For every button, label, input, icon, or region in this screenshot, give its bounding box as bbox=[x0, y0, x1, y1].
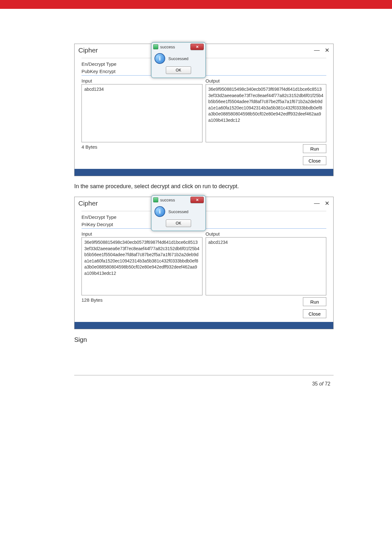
dialog-title: success bbox=[160, 45, 175, 49]
dialog-message: Successed bbox=[168, 56, 189, 61]
page-number: 35 of 72 bbox=[74, 375, 334, 387]
close-icon[interactable]: ✕ bbox=[325, 47, 329, 54]
run-button[interactable]: Run bbox=[303, 297, 326, 306]
page-content: Cipher — ✕ En/Decrypt Type PubKey Encryp… bbox=[0, 9, 392, 406]
bytes-label: 4 Bytes bbox=[75, 142, 303, 150]
output-box[interactable]: 36e9f9508815498c340ecb0573f6987f4d641d1b… bbox=[206, 84, 327, 142]
success-dialog: success ✕ i Successed OK bbox=[151, 195, 206, 231]
close-button[interactable]: Close bbox=[303, 156, 326, 165]
dialog-message: Successed bbox=[168, 209, 189, 214]
sign-heading: Sign bbox=[74, 336, 334, 343]
type-value: PriKey Decrypt bbox=[81, 222, 113, 227]
input-value: 36e9f9508815498c340ecb0573f6987f4d641d1b… bbox=[84, 240, 199, 276]
close-icon[interactable]: ✕ bbox=[325, 200, 329, 207]
output-box[interactable]: abcd1234 bbox=[206, 237, 327, 295]
info-icon: i bbox=[154, 53, 165, 64]
cipher-window-encrypt: Cipher — ✕ En/Decrypt Type PubKey Encryp… bbox=[74, 44, 334, 176]
bottom-blue-strip bbox=[75, 322, 333, 329]
output-value: 36e9f9508815498c340ecb0573f6987f4d641d1b… bbox=[208, 87, 323, 123]
window-title: Cipher bbox=[78, 46, 98, 54]
success-dialog: success ✕ i Successed OK bbox=[151, 42, 206, 78]
dialog-app-icon bbox=[153, 44, 158, 49]
close-button[interactable]: Close bbox=[303, 309, 326, 318]
input-label: Input bbox=[81, 78, 202, 83]
bytes-label: 128 Bytes bbox=[75, 295, 303, 303]
dialog-app-icon bbox=[153, 197, 158, 202]
dialog-close-icon[interactable]: ✕ bbox=[190, 44, 204, 50]
output-label: Output bbox=[206, 78, 327, 83]
output-label: Output bbox=[206, 231, 327, 237]
dialog-ok-button[interactable]: OK bbox=[166, 219, 191, 227]
input-value: abcd1234 bbox=[84, 87, 104, 92]
minimize-icon[interactable]: — bbox=[314, 200, 320, 207]
input-box[interactable]: 36e9f9508815498c340ecb0573f6987f4d641d1b… bbox=[81, 237, 202, 295]
caption-text: In the same procedure, select decrypt an… bbox=[74, 183, 334, 190]
input-label: Input bbox=[81, 231, 202, 237]
run-button[interactable]: Run bbox=[303, 144, 326, 153]
input-box[interactable]: abcd1234 bbox=[81, 84, 202, 142]
dialog-close-icon[interactable]: ✕ bbox=[190, 197, 204, 203]
dialog-ok-button[interactable]: OK bbox=[166, 66, 191, 74]
minimize-icon[interactable]: — bbox=[314, 47, 320, 54]
header-red-bar bbox=[0, 0, 392, 9]
cipher-window-decrypt: Cipher — ✕ En/Decrypt Type PriKey Decryp… bbox=[74, 197, 334, 329]
bottom-blue-strip bbox=[75, 169, 333, 176]
window-title: Cipher bbox=[78, 200, 98, 207]
dialog-title: success bbox=[160, 198, 175, 202]
info-icon: i bbox=[154, 206, 165, 217]
output-value: abcd1234 bbox=[208, 240, 228, 245]
type-value: PubKey Encrypt bbox=[81, 69, 116, 74]
